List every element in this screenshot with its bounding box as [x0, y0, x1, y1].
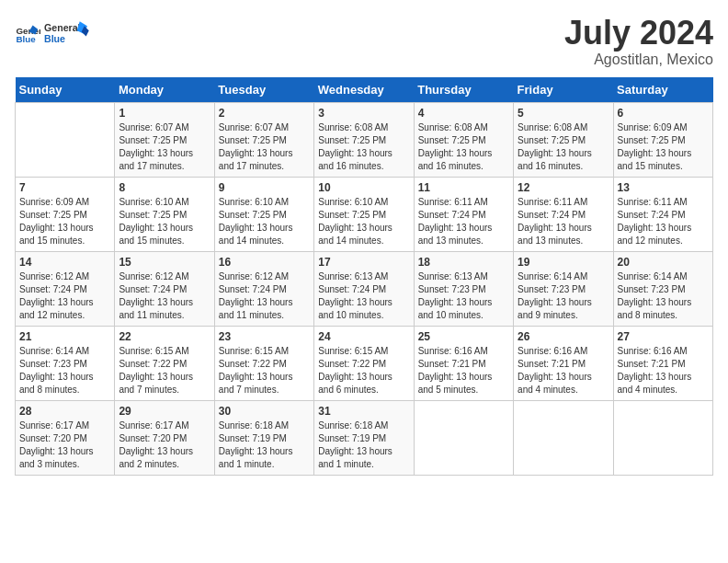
day-number: 9: [219, 181, 310, 194]
day-number: 4: [418, 107, 509, 120]
day-number: 29: [119, 405, 210, 418]
calendar-cell: 17Sunrise: 6:13 AMSunset: 7:24 PMDayligh…: [314, 251, 414, 326]
calendar-cell: 11Sunrise: 6:11 AMSunset: 7:24 PMDayligh…: [414, 177, 513, 251]
day-number: 31: [318, 405, 409, 418]
day-number: 28: [19, 405, 110, 418]
day-number: 22: [119, 330, 210, 343]
day-info: Sunrise: 6:13 AMSunset: 7:24 PMDaylight:…: [318, 270, 409, 322]
day-info: Sunrise: 6:09 AMSunset: 7:25 PMDaylight:…: [19, 196, 110, 247]
day-info: Sunrise: 6:08 AMSunset: 7:25 PMDaylight:…: [518, 121, 609, 173]
day-header-friday: Friday: [514, 77, 613, 103]
day-info: Sunrise: 6:15 AMSunset: 7:22 PMDaylight:…: [318, 345, 409, 396]
day-info: Sunrise: 6:11 AMSunset: 7:24 PMDaylight:…: [518, 196, 609, 247]
calendar-cell: 12Sunrise: 6:11 AMSunset: 7:24 PMDayligh…: [514, 177, 613, 251]
day-info: Sunrise: 6:18 AMSunset: 7:19 PMDaylight:…: [318, 419, 409, 471]
day-info: Sunrise: 6:12 AMSunset: 7:24 PMDaylight:…: [19, 270, 110, 322]
week-row-2: 7Sunrise: 6:09 AMSunset: 7:25 PMDaylight…: [16, 177, 713, 251]
calendar-cell: 7Sunrise: 6:09 AMSunset: 7:25 PMDaylight…: [16, 177, 115, 251]
calendar-cell: 10Sunrise: 6:10 AMSunset: 7:25 PMDayligh…: [314, 177, 414, 251]
general-blue-logo: General Blue: [44, 15, 90, 52]
calendar-cell: [414, 400, 513, 475]
day-number: 18: [418, 256, 509, 269]
day-info: Sunrise: 6:08 AMSunset: 7:25 PMDaylight:…: [318, 121, 409, 173]
calendar-cell: [16, 102, 115, 177]
svg-text:Blue: Blue: [16, 34, 36, 44]
day-header-wednesday: Wednesday: [314, 77, 414, 103]
day-number: 25: [418, 330, 509, 343]
day-info: Sunrise: 6:11 AMSunset: 7:24 PMDaylight:…: [618, 196, 709, 247]
day-info: Sunrise: 6:16 AMSunset: 7:21 PMDaylight:…: [418, 345, 509, 396]
day-number: 19: [518, 256, 609, 269]
calendar-cell: [514, 400, 613, 475]
page-header: General Blue General Blue July 2024 Agos…: [15, 15, 713, 68]
calendar-cell: 30Sunrise: 6:18 AMSunset: 7:19 PMDayligh…: [214, 400, 313, 475]
calendar-cell: 24Sunrise: 6:15 AMSunset: 7:22 PMDayligh…: [314, 326, 414, 400]
calendar-cell: 1Sunrise: 6:07 AMSunset: 7:25 PMDaylight…: [115, 102, 214, 177]
calendar-cell: 28Sunrise: 6:17 AMSunset: 7:20 PMDayligh…: [16, 400, 115, 475]
day-number: 2: [219, 107, 310, 120]
day-info: Sunrise: 6:07 AMSunset: 7:25 PMDaylight:…: [219, 121, 310, 173]
calendar-cell: 16Sunrise: 6:12 AMSunset: 7:24 PMDayligh…: [214, 251, 313, 326]
day-number: 1: [119, 107, 210, 120]
day-number: 13: [618, 181, 709, 194]
day-number: 16: [219, 256, 310, 269]
day-number: 10: [318, 181, 409, 194]
calendar-cell: 23Sunrise: 6:15 AMSunset: 7:22 PMDayligh…: [214, 326, 313, 400]
day-info: Sunrise: 6:10 AMSunset: 7:25 PMDaylight:…: [119, 196, 210, 247]
calendar-cell: 2Sunrise: 6:07 AMSunset: 7:25 PMDaylight…: [214, 102, 313, 177]
logo-icon: General Blue: [15, 20, 40, 46]
calendar-cell: 22Sunrise: 6:15 AMSunset: 7:22 PMDayligh…: [115, 326, 214, 400]
calendar-cell: 9Sunrise: 6:10 AMSunset: 7:25 PMDaylight…: [214, 177, 313, 251]
day-header-thursday: Thursday: [414, 77, 513, 103]
day-number: 3: [318, 107, 409, 120]
calendar-cell: 3Sunrise: 6:08 AMSunset: 7:25 PMDaylight…: [314, 102, 414, 177]
calendar-cell: 5Sunrise: 6:08 AMSunset: 7:25 PMDaylight…: [514, 102, 613, 177]
day-header-saturday: Saturday: [613, 77, 712, 103]
calendar-table: SundayMondayTuesdayWednesdayThursdayFrid…: [15, 77, 713, 476]
day-info: Sunrise: 6:16 AMSunset: 7:21 PMDaylight:…: [518, 345, 609, 396]
day-info: Sunrise: 6:12 AMSunset: 7:24 PMDaylight:…: [219, 270, 310, 322]
day-info: Sunrise: 6:14 AMSunset: 7:23 PMDaylight:…: [518, 270, 609, 322]
day-header-tuesday: Tuesday: [214, 77, 313, 103]
day-info: Sunrise: 6:17 AMSunset: 7:20 PMDaylight:…: [19, 419, 110, 471]
day-number: 14: [19, 256, 110, 269]
location: Agostitlan, Mexico: [564, 52, 713, 68]
day-number: 17: [318, 256, 409, 269]
day-info: Sunrise: 6:17 AMSunset: 7:20 PMDaylight:…: [119, 419, 210, 471]
day-number: 27: [618, 330, 709, 343]
day-number: 7: [19, 181, 110, 194]
day-info: Sunrise: 6:12 AMSunset: 7:24 PMDaylight:…: [119, 270, 210, 322]
svg-text:General: General: [44, 22, 81, 33]
calendar-cell: 4Sunrise: 6:08 AMSunset: 7:25 PMDaylight…: [414, 102, 513, 177]
week-row-5: 28Sunrise: 6:17 AMSunset: 7:20 PMDayligh…: [16, 400, 713, 475]
day-info: Sunrise: 6:13 AMSunset: 7:23 PMDaylight:…: [418, 270, 509, 322]
day-info: Sunrise: 6:18 AMSunset: 7:19 PMDaylight:…: [219, 419, 310, 471]
svg-text:Blue: Blue: [44, 33, 65, 44]
calendar-cell: [613, 400, 712, 475]
day-info: Sunrise: 6:16 AMSunset: 7:21 PMDaylight:…: [618, 345, 709, 396]
calendar-cell: 6Sunrise: 6:09 AMSunset: 7:25 PMDaylight…: [613, 102, 712, 177]
day-info: Sunrise: 6:14 AMSunset: 7:23 PMDaylight:…: [618, 270, 709, 322]
day-header-sunday: Sunday: [16, 77, 115, 103]
day-number: 23: [219, 330, 310, 343]
calendar-cell: 15Sunrise: 6:12 AMSunset: 7:24 PMDayligh…: [115, 251, 214, 326]
day-number: 11: [418, 181, 509, 194]
calendar-cell: 27Sunrise: 6:16 AMSunset: 7:21 PMDayligh…: [613, 326, 712, 400]
calendar-cell: 19Sunrise: 6:14 AMSunset: 7:23 PMDayligh…: [514, 251, 613, 326]
day-number: 8: [119, 181, 210, 194]
day-header-monday: Monday: [115, 77, 214, 103]
day-info: Sunrise: 6:09 AMSunset: 7:25 PMDaylight:…: [618, 121, 709, 173]
title-block: July 2024 Agostitlan, Mexico: [564, 15, 713, 68]
day-number: 5: [518, 107, 609, 120]
day-number: 12: [518, 181, 609, 194]
calendar-cell: 8Sunrise: 6:10 AMSunset: 7:25 PMDaylight…: [115, 177, 214, 251]
day-number: 6: [618, 107, 709, 120]
day-info: Sunrise: 6:14 AMSunset: 7:23 PMDaylight:…: [19, 345, 110, 396]
days-header-row: SundayMondayTuesdayWednesdayThursdayFrid…: [16, 77, 713, 103]
week-row-3: 14Sunrise: 6:12 AMSunset: 7:24 PMDayligh…: [16, 251, 713, 326]
day-info: Sunrise: 6:10 AMSunset: 7:25 PMDaylight:…: [318, 196, 409, 247]
day-info: Sunrise: 6:10 AMSunset: 7:25 PMDaylight:…: [219, 196, 310, 247]
day-info: Sunrise: 6:15 AMSunset: 7:22 PMDaylight:…: [119, 345, 210, 396]
day-info: Sunrise: 6:08 AMSunset: 7:25 PMDaylight:…: [418, 121, 509, 173]
day-info: Sunrise: 6:15 AMSunset: 7:22 PMDaylight:…: [219, 345, 310, 396]
